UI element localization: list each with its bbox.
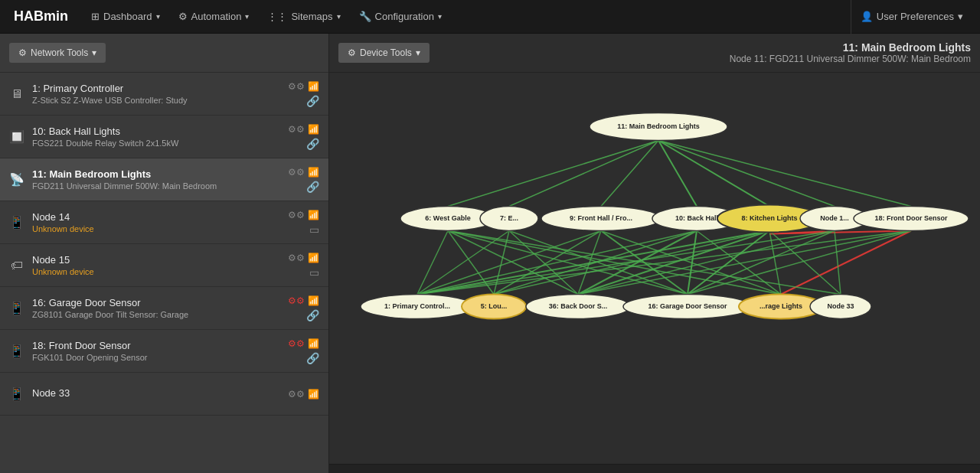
device-sub-10: FGS221 Double Relay Switch 2x1.5kW — [32, 139, 282, 148]
device-item-33[interactable]: 📱 Node 33 ⚙⚙ 📶 — [0, 373, 328, 416]
device-sub-14: Unknown device — [32, 224, 282, 233]
device-info-14: Node 14 Unknown device — [32, 211, 282, 233]
automation-icon: ⚙ — [178, 11, 188, 22]
graph-label-garage-door: 16: Garage Door Sensor — [648, 302, 727, 310]
status-icons-1: ⚙⚙ 📶 — [288, 81, 319, 92]
user-icon: 👤 — [861, 11, 873, 22]
network-tools-button[interactable]: ⚙ Network Tools ▾ — [9, 43, 106, 63]
signal-icon-11: 📶 — [308, 167, 319, 178]
device-actions-18: ⚙⚙ 📶 🔗 — [288, 338, 319, 364]
device-icon-15: 🏷 — [9, 259, 24, 272]
content-area: ⚙ Device Tools ▾ 11: Main Bedroom Lights… — [329, 34, 980, 473]
graph-label-node1x: Node 1... — [820, 214, 849, 222]
device-item-18[interactable]: 📱 18: Front Door Sensor FGK101 Door Open… — [0, 330, 328, 373]
nav-dashboard[interactable]: ⊞ Dashboard ▾ — [82, 0, 169, 34]
link-icon-16: 🔗 — [306, 309, 319, 321]
device-item-14[interactable]: 📱 Node 14 Unknown device ⚙⚙ 📶 ▭ — [0, 201, 328, 244]
graph-label-front-door: 18: Front Door Sensor — [874, 214, 948, 222]
automation-caret: ▾ — [245, 12, 249, 21]
config-icon-1: ⚙⚙ — [288, 81, 305, 92]
sitemaps-caret: ▾ — [337, 12, 341, 21]
svg-line-0 — [448, 141, 658, 207]
device-item-1[interactable]: 🖥 1: Primary Controller Z-Stick S2 Z-Wav… — [0, 73, 328, 116]
device-item-16[interactable]: 📱 16: Garage Door Sensor ZG8101 Garage D… — [0, 287, 328, 330]
svg-line-30 — [417, 231, 769, 295]
horizontal-scrollbar[interactable] — [329, 464, 980, 473]
config-icon-16: ⚙⚙ — [288, 295, 305, 306]
content-toolbar: ⚙ Device Tools ▾ 11: Main Bedroom Lights… — [329, 34, 980, 73]
device-icon-14: 📱 — [9, 215, 24, 230]
svg-line-25 — [417, 231, 697, 295]
config-icon-18: ⚙⚙ — [288, 338, 305, 349]
status-icons-15: ⚙⚙ 📶 — [288, 253, 319, 263]
gear-icon: ⚙ — [18, 47, 27, 58]
signal-icon-15: 📶 — [308, 253, 319, 263]
signal-icon-14: 📶 — [308, 210, 319, 220]
status-icons-33: ⚙⚙ 📶 — [288, 389, 319, 400]
signal-icon-10: 📶 — [308, 124, 319, 135]
device-actions-10: ⚙⚙ 📶 🔗 — [288, 124, 319, 150]
graph-label-5: 5: Lou... — [481, 302, 508, 310]
signal-icon-1: 📶 — [308, 81, 319, 92]
device-info-10: 10: Back Hall Lights FGS221 Double Relay… — [32, 126, 282, 148]
device-actions-16: ⚙⚙ 📶 🔗 — [288, 295, 319, 321]
config-icon-10: ⚙⚙ — [288, 124, 305, 135]
device-actions-14: ⚙⚙ 📶 ▭ — [288, 210, 319, 236]
device-info-18: 18: Front Door Sensor FGK101 Door Openin… — [32, 340, 282, 362]
device-info-33: Node 33 — [32, 387, 282, 400]
link-icon-18: 🔗 — [306, 352, 319, 364]
sitemaps-icon: ⋮⋮ — [267, 11, 287, 22]
graph-svg: 11: Main Bedroom Lights 6: West Gable 7:… — [329, 73, 980, 464]
device-name-14: Node 14 — [32, 211, 282, 223]
sidebar: ⚙ Network Tools ▾ 🖥 1: Primary Controlle… — [0, 34, 329, 473]
device-sub-18: FGK101 Door Opening Sensor — [32, 353, 282, 362]
device-list: 🖥 1: Primary Controller Z-Stick S2 Z-Wav… — [0, 73, 328, 473]
network-graph[interactable]: 11: Main Bedroom Lights 6: West Gable 7:… — [329, 73, 980, 464]
device-item-15[interactable]: 🏷 Node 15 Unknown device ⚙⚙ 📶 ▭ — [0, 244, 328, 287]
link-icon-15: ▭ — [309, 266, 319, 279]
device-tools-button[interactable]: ⚙ Device Tools ▾ — [338, 43, 430, 63]
device-info-15: Node 15 Unknown device — [32, 254, 282, 276]
device-icon-33: 📱 — [9, 387, 24, 401]
nav-automation[interactable]: ⚙ Automation ▾ — [169, 0, 259, 34]
nav-configuration[interactable]: 🔧 Configuration ▾ — [350, 0, 451, 34]
graph-label-7: 7: E... — [500, 214, 518, 222]
device-icon-1: 🖥 — [9, 87, 24, 101]
config-icon-15: ⚙⚙ — [288, 253, 305, 263]
signal-icon-16: 📶 — [308, 295, 319, 306]
device-name-33: Node 33 — [32, 387, 282, 399]
device-name-15: Node 15 — [32, 254, 282, 266]
link-icon-1: 🔗 — [306, 95, 319, 107]
config-icon-11: ⚙⚙ — [288, 167, 305, 178]
link-icon-11: 🔗 — [306, 181, 319, 193]
config-icon-14: ⚙⚙ — [288, 210, 305, 220]
signal-icon-18: 📶 — [308, 338, 319, 349]
device-item-11[interactable]: 📡 11: Main Bedroom Lights FGD211 Univers… — [0, 158, 328, 201]
svg-line-5 — [658, 141, 835, 207]
user-caret: ▾ — [958, 11, 963, 22]
device-icon-18: 📱 — [9, 344, 24, 358]
device-icon-10: 🔲 — [9, 129, 24, 144]
graph-label-primary-ctrl: 1: Primary Control... — [384, 302, 450, 310]
graph-label-garage-lights: ...rage Lights — [760, 302, 802, 310]
device-item-10[interactable]: 🔲 10: Back Hall Lights FGS221 Double Rel… — [0, 116, 328, 158]
brand-logo[interactable]: HABmin — [8, 8, 74, 24]
device-name-18: 18: Front Door Sensor — [32, 340, 282, 351]
status-icons-14: ⚙⚙ 📶 — [288, 210, 319, 220]
config-icon-33: ⚙⚙ — [288, 389, 305, 400]
configuration-caret: ▾ — [438, 12, 442, 21]
svg-line-2 — [601, 141, 658, 207]
graph-label-33: Node 33 — [827, 302, 854, 310]
content-title-sub: Node 11: FGD211 Universal Dimmer 500W: M… — [730, 54, 971, 64]
device-name-16: 16: Garage Door Sensor — [32, 297, 282, 308]
configuration-icon: 🔧 — [359, 11, 371, 22]
device-icon-16: 📱 — [9, 301, 24, 315]
dashboard-icon: ⊞ — [91, 11, 100, 22]
device-actions-1: ⚙⚙ 📶 🔗 — [288, 81, 319, 107]
svg-line-3 — [658, 141, 697, 207]
device-actions-33: ⚙⚙ 📶 — [288, 389, 319, 400]
graph-label-main-bedroom: 11: Main Bedroom Lights — [617, 122, 700, 130]
nav-sitemaps[interactable]: ⋮⋮ Sitemaps ▾ — [258, 0, 349, 34]
user-preferences-menu[interactable]: 👤 User Preferences ▾ — [851, 0, 972, 34]
device-icon-11: 📡 — [9, 172, 24, 187]
